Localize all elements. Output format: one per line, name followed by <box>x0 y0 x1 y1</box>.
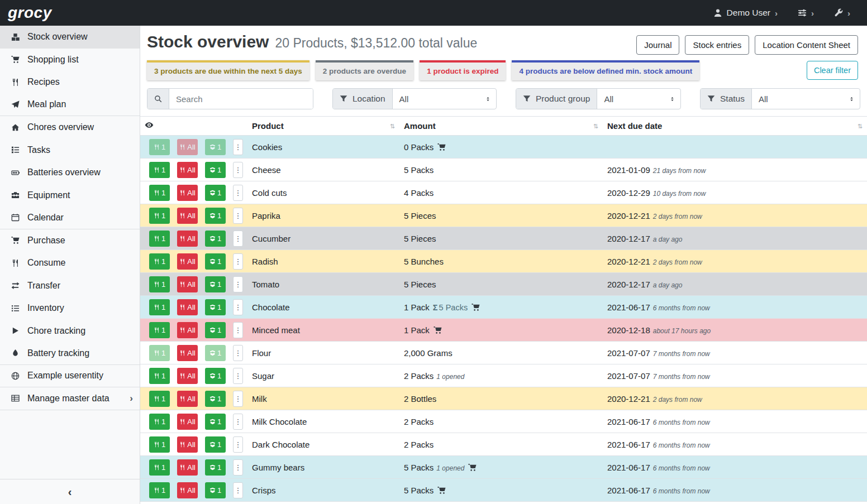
filter-notice-4[interactable]: 4 products are below defined min. stock … <box>512 60 699 80</box>
consume-all-button[interactable]: All <box>177 162 198 178</box>
journal-button[interactable]: Journal <box>636 35 679 55</box>
consume-all-button[interactable]: All <box>177 482 198 498</box>
open-one-button[interactable]: 1 <box>205 299 226 315</box>
consume-one-button[interactable]: 1 <box>149 414 170 430</box>
sidebar-item-example-userentity[interactable]: Example userentity <box>0 365 140 388</box>
open-one-button[interactable]: 1 <box>205 322 226 338</box>
consume-one-button[interactable]: 1 <box>149 162 170 178</box>
consume-one-button[interactable]: 1 <box>149 276 170 292</box>
row-menu-button[interactable]: ⋮ <box>233 253 243 270</box>
sidebar-item-manage-master-data[interactable]: Manage master data› <box>0 387 140 410</box>
open-one-button[interactable]: 1 <box>205 231 226 247</box>
sidebar-item-batteries-overview[interactable]: Batteries overview <box>0 161 140 184</box>
column-header-product[interactable]: Product⇅ <box>247 117 399 136</box>
row-menu-button[interactable]: ⋮ <box>233 139 243 155</box>
sidebar-item-chores-overview[interactable]: Chores overview <box>0 116 140 139</box>
user-menu[interactable]: Demo User › <box>713 8 778 18</box>
sidebar-item-stock-overview[interactable]: Stock overview <box>0 26 140 49</box>
row-menu-button[interactable]: ⋮ <box>233 368 243 384</box>
row-menu-button[interactable]: ⋮ <box>233 436 243 453</box>
sidebar-item-inventory[interactable]: Inventory <box>0 297 140 320</box>
open-one-button[interactable]: 1 <box>205 459 226 476</box>
consume-one-button[interactable]: 1 <box>149 391 170 407</box>
open-one-button[interactable]: 1 <box>205 414 226 430</box>
consume-all-button[interactable]: All <box>177 185 198 201</box>
consume-all-button[interactable]: All <box>177 208 198 224</box>
open-one-button[interactable]: 1 <box>205 139 226 155</box>
row-menu-button[interactable]: ⋮ <box>233 276 243 292</box>
open-one-button[interactable]: 1 <box>205 208 226 224</box>
consume-all-button[interactable]: All <box>177 322 198 338</box>
sidebar-item-recipes[interactable]: Recipes <box>0 71 140 94</box>
consume-all-button[interactable]: All <box>177 368 198 384</box>
column-header-next-due-date[interactable]: Next due date⇅ <box>603 117 867 136</box>
status-select[interactable]: All <box>752 89 860 109</box>
sidebar-item-shopping-list[interactable]: Shopping list <box>0 49 140 71</box>
consume-all-button[interactable]: All <box>177 231 198 247</box>
location-content-sheet-button[interactable]: Location Content Sheet <box>755 35 858 55</box>
open-one-button[interactable]: 1 <box>205 162 226 178</box>
open-one-button[interactable]: 1 <box>205 253 226 270</box>
sidebar-item-meal-plan[interactable]: Meal plan <box>0 94 140 117</box>
consume-one-button[interactable]: 1 <box>149 459 170 476</box>
nav-menu-sliders[interactable]: › <box>798 8 814 18</box>
nav-menu-wrench[interactable]: › <box>834 8 850 18</box>
product-group-select[interactable]: All <box>597 89 680 109</box>
column-header-amount[interactable]: Amount⇅ <box>399 117 603 136</box>
consume-all-button[interactable]: All <box>177 414 198 430</box>
row-menu-button[interactable]: ⋮ <box>233 185 243 201</box>
open-one-button[interactable]: 1 <box>205 436 226 453</box>
stock-entries-button[interactable]: Stock entries <box>685 35 749 55</box>
consume-one-button[interactable]: 1 <box>149 139 170 155</box>
consume-all-button[interactable]: All <box>177 139 198 155</box>
consume-all-button[interactable]: All <box>177 299 198 315</box>
row-menu-button[interactable]: ⋮ <box>233 391 243 407</box>
sidebar-item-battery-tracking[interactable]: Battery tracking <box>0 342 140 365</box>
row-menu-button[interactable]: ⋮ <box>233 231 243 247</box>
consume-one-button[interactable]: 1 <box>149 436 170 453</box>
sidebar-item-transfer[interactable]: Transfer <box>0 275 140 297</box>
consume-all-button[interactable]: All <box>177 253 198 270</box>
open-one-button[interactable]: 1 <box>205 276 226 292</box>
row-menu-button[interactable]: ⋮ <box>233 208 243 224</box>
row-menu-button[interactable]: ⋮ <box>233 299 243 315</box>
consume-one-button[interactable]: 1 <box>149 299 170 315</box>
filter-notice-1[interactable]: 3 products are due within the next 5 day… <box>147 60 309 80</box>
open-one-button[interactable]: 1 <box>205 185 226 201</box>
consume-one-button[interactable]: 1 <box>149 482 170 498</box>
consume-one-button[interactable]: 1 <box>149 231 170 247</box>
sidebar-item-chore-tracking[interactable]: Chore tracking <box>0 320 140 343</box>
consume-all-button[interactable]: All <box>177 459 198 476</box>
sidebar-item-calendar[interactable]: Calendar <box>0 207 140 229</box>
app-logo[interactable]: grocy <box>8 4 52 22</box>
consume-all-button[interactable]: All <box>177 436 198 453</box>
row-menu-button[interactable]: ⋮ <box>233 345 243 361</box>
open-one-button[interactable]: 1 <box>205 345 226 361</box>
sidebar-item-purchase[interactable]: Purchase <box>0 229 140 252</box>
sidebar-collapse-button[interactable]: ‹ <box>0 479 140 504</box>
sidebar-item-tasks[interactable]: Tasks <box>0 139 140 162</box>
filter-notice-2[interactable]: 2 products are overdue <box>316 60 413 80</box>
consume-all-button[interactable]: All <box>177 345 198 361</box>
row-menu-button[interactable]: ⋮ <box>233 459 243 476</box>
sidebar-item-consume[interactable]: Consume <box>0 252 140 275</box>
column-visibility-toggle[interactable] <box>140 117 247 136</box>
clear-filter-button[interactable]: Clear filter <box>807 61 858 80</box>
location-select[interactable]: All <box>393 89 496 109</box>
row-menu-button[interactable]: ⋮ <box>233 414 243 430</box>
consume-one-button[interactable]: 1 <box>149 368 170 384</box>
consume-all-button[interactable]: All <box>177 276 198 292</box>
consume-all-button[interactable]: All <box>177 391 198 407</box>
open-one-button[interactable]: 1 <box>205 391 226 407</box>
row-menu-button[interactable]: ⋮ <box>233 322 243 338</box>
consume-one-button[interactable]: 1 <box>149 185 170 201</box>
consume-one-button[interactable]: 1 <box>149 345 170 361</box>
consume-one-button[interactable]: 1 <box>149 322 170 338</box>
row-menu-button[interactable]: ⋮ <box>233 162 243 178</box>
open-one-button[interactable]: 1 <box>205 368 226 384</box>
sidebar-item-equipment[interactable]: Equipment <box>0 184 140 207</box>
row-menu-button[interactable]: ⋮ <box>233 482 243 498</box>
open-one-button[interactable]: 1 <box>205 482 226 498</box>
search-input[interactable] <box>169 89 313 109</box>
consume-one-button[interactable]: 1 <box>149 253 170 270</box>
